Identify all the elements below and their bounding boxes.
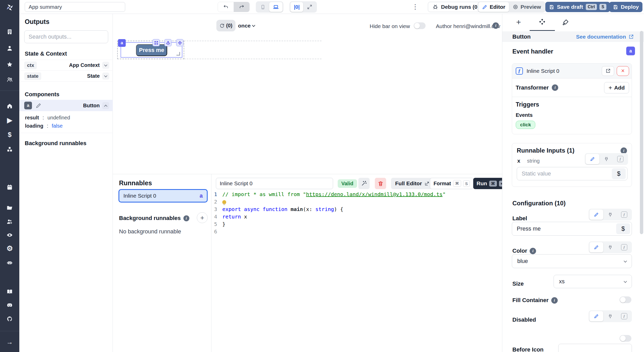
disabled-toggle[interactable]: [620, 335, 631, 342]
script-name-input[interactable]: [216, 178, 333, 189]
sidebar-item-groups[interactable]: [0, 74, 19, 85]
expand-handle[interactable]: [152, 39, 160, 46]
sidebar-item-docs[interactable]: [0, 286, 19, 297]
chevron-down-icon[interactable]: [252, 24, 255, 27]
tab-insert-component[interactable]: +: [513, 16, 524, 28]
sidebar-item-schedules[interactable]: [0, 181, 19, 193]
ctx-expand-button[interactable]: [102, 62, 109, 69]
static-mode-button[interactable]: [589, 311, 603, 321]
eval-mode-button[interactable]: ƒ: [617, 242, 631, 252]
delete-script-button[interactable]: [375, 178, 386, 189]
static-mode-button[interactable]: [589, 209, 603, 220]
add-background-runnable-button[interactable]: +: [197, 212, 208, 223]
search-outputs-input[interactable]: [24, 30, 108, 43]
eval-mode-button[interactable]: ƒ: [617, 311, 631, 321]
code-line[interactable]: 6: [211, 228, 502, 235]
fill-container-toggle[interactable]: [620, 296, 631, 303]
desktop-view-button[interactable]: [269, 2, 283, 12]
sidebar-item-favorites[interactable]: [0, 58, 19, 70]
undo-button[interactable]: [218, 2, 234, 12]
sidebar-item-home[interactable]: [0, 100, 19, 112]
info-icon[interactable]: i: [621, 147, 627, 154]
expand-canvas-button[interactable]: [303, 2, 316, 12]
output-row-ctx[interactable]: ctx App Context: [19, 60, 113, 71]
sidebar-collapse-button[interactable]: →: [0, 336, 19, 348]
detach-script-button[interactable]: ×: [617, 66, 629, 76]
code-line[interactable]: 4 return x: [211, 213, 502, 221]
sidebar-item-discord[interactable]: [0, 299, 19, 311]
canvas-button-component[interactable]: Press me: [136, 44, 167, 56]
resize-handle[interactable]: [176, 52, 180, 56]
more-menu-button[interactable]: ⋮: [412, 3, 419, 10]
info-icon[interactable]: i: [551, 297, 558, 304]
sidebar-item-resources[interactable]: [0, 143, 19, 155]
code-line[interactable]: 5}: [211, 221, 502, 228]
sidebar-item-runs[interactable]: ▶: [0, 114, 19, 126]
eval-mode-button[interactable]: ƒ: [613, 154, 627, 164]
info-icon[interactable]: i: [552, 84, 558, 91]
windmill-logo[interactable]: [0, 2, 19, 13]
mobile-view-button[interactable]: [257, 2, 269, 12]
info-icon[interactable]: i: [493, 22, 499, 29]
dollar-template-button[interactable]: $: [616, 223, 630, 234]
sidebar-item-settings[interactable]: ⚙: [0, 243, 19, 254]
size-select[interactable]: xs: [554, 275, 632, 288]
ai-assistant-button[interactable]: [358, 178, 370, 189]
tab-styling[interactable]: [560, 16, 571, 28]
sidebar-item-variables[interactable]: $: [0, 129, 19, 140]
component-collapse-button[interactable]: [102, 102, 109, 109]
connect-mode-button[interactable]: [603, 311, 617, 321]
lightbulb-icon[interactable]: [222, 200, 226, 204]
app-summary-input[interactable]: [25, 2, 125, 12]
deploy-button[interactable]: Deploy: [609, 2, 642, 12]
sidebar-item-audit-logs[interactable]: [0, 229, 19, 241]
connect-mode-button[interactable]: [599, 154, 613, 164]
anchor-handle[interactable]: [164, 39, 172, 46]
runnable-item-inline-script-0[interactable]: Inline Script 0 a: [118, 189, 208, 203]
connect-mode-button[interactable]: [603, 209, 617, 220]
debug-runs-button[interactable]: Debug runs (0): [428, 2, 484, 12]
component-row-button-a[interactable]: a Button: [19, 100, 113, 111]
full-editor-button[interactable]: Full Editor: [391, 178, 434, 189]
static-mode-button[interactable]: [589, 242, 603, 252]
state-expand-button[interactable]: [102, 73, 109, 80]
sidebar-item-folders[interactable]: [0, 202, 19, 214]
save-draft-button[interactable]: Save draft Ctrl S: [545, 2, 610, 12]
sidebar-item-workers[interactable]: [0, 216, 19, 227]
edit-pencil-icon[interactable]: [36, 103, 41, 109]
sidebar-item-ai[interactable]: [0, 257, 19, 268]
connect-mode-button[interactable]: [603, 242, 617, 252]
schedule-select[interactable]: once: [238, 23, 251, 29]
info-icon[interactable]: i: [530, 248, 536, 254]
sidebar-item-github[interactable]: [0, 313, 19, 325]
see-documentation-link[interactable]: See documentation: [576, 34, 634, 40]
sidebar-item-workspace[interactable]: [0, 26, 19, 38]
static-value-input[interactable]: [522, 170, 612, 177]
static-mode-button[interactable]: [586, 154, 599, 164]
refresh-runs-button[interactable]: (0): [216, 20, 235, 31]
sidebar-item-user[interactable]: [0, 42, 19, 54]
format-button[interactable]: Format ⌘ S: [430, 178, 473, 189]
add-transformer-button[interactable]: + Add: [604, 82, 629, 93]
label-value-input[interactable]: [517, 225, 616, 232]
preview-tab[interactable]: Preview: [509, 2, 545, 12]
hide-bar-toggle[interactable]: [414, 22, 426, 29]
color-select[interactable]: blue: [512, 254, 632, 268]
redo-button[interactable]: [234, 2, 249, 12]
move-handle[interactable]: [176, 39, 183, 46]
eval-mode-button[interactable]: ƒ: [617, 209, 631, 220]
output-row-state[interactable]: state State: [19, 71, 113, 81]
attached-script-row[interactable]: ƒ Inline Script 0 ×: [512, 64, 632, 78]
code-line[interactable]: 3export async function main(x: string) {: [211, 206, 502, 213]
before-icon-input[interactable]: [558, 344, 632, 352]
code-line[interactable]: 1// import * as wmill from "https://deno…: [211, 191, 502, 198]
editor-tab[interactable]: Editor: [478, 2, 509, 12]
center-align-button[interactable]: |0|: [290, 2, 303, 12]
code-editor[interactable]: 1// import * as wmill from "https://deno…: [211, 191, 502, 352]
code-line[interactable]: 2: [211, 198, 502, 206]
tab-component-settings[interactable]: [536, 16, 548, 28]
panel-scrollbar[interactable]: [640, 31, 643, 234]
dollar-template-button[interactable]: $: [612, 168, 626, 179]
open-script-button[interactable]: [602, 66, 614, 76]
info-icon[interactable]: i: [183, 215, 189, 221]
